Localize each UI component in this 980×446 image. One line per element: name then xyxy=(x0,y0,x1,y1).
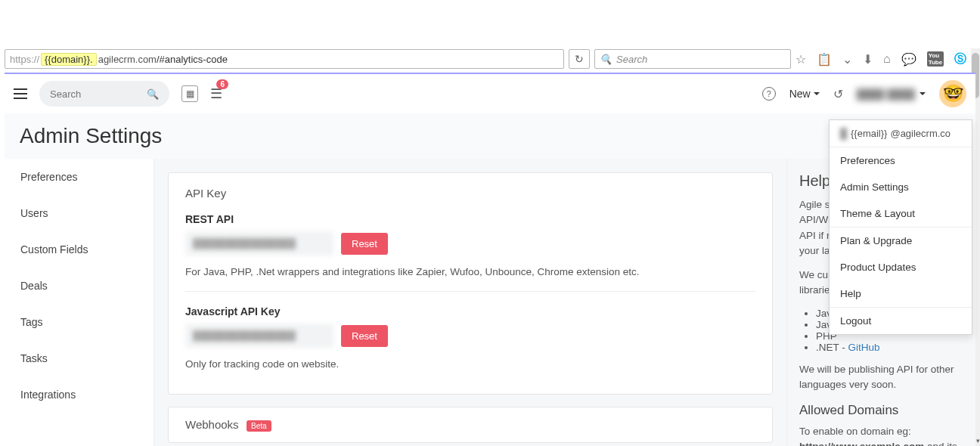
app-topbar: 🔍 ▦ ☰ 6 ? New ↺ ████ ████ 🤓 █ { xyxy=(5,74,975,113)
dropdown-plan-upgrade[interactable]: Plan & Upgrade xyxy=(830,228,972,254)
url-host: agilecrm.com xyxy=(98,54,157,65)
email-placeholder: {{email}} xyxy=(851,128,887,139)
search-icon: 🔍 xyxy=(147,88,159,100)
url-bar[interactable]: https:// {{domain}}. agilecrm.com /#anal… xyxy=(5,49,564,69)
calendar-icon: ▦ xyxy=(186,88,194,99)
help-li-dotnet: .NET - GitHub xyxy=(816,342,963,353)
allowed-domains-title: Allowed Domains xyxy=(799,403,963,418)
caret-down-icon xyxy=(920,92,926,95)
youtube-icon[interactable]: YouTube xyxy=(927,51,944,67)
pocket-icon[interactable]: ⌄ xyxy=(842,52,852,67)
webhooks-card: Webhooks Beta xyxy=(168,407,773,443)
sidebar-item-users[interactable]: Users xyxy=(5,195,154,231)
rest-api-key-field[interactable]: ████████████████ xyxy=(185,231,333,256)
avatar[interactable]: 🤓 xyxy=(939,80,966,107)
menu-toggle-icon[interactable] xyxy=(14,88,27,99)
js-hint: Only for tracking code on website. xyxy=(185,358,755,370)
app-search[interactable]: 🔍 xyxy=(39,81,169,107)
search-icon: 🔍 xyxy=(600,54,612,65)
dropdown-admin-settings[interactable]: Admin Settings xyxy=(830,174,972,200)
skype-icon[interactable]: Ⓢ xyxy=(954,51,966,67)
main-content: API Key REST API ████████████████ Reset … xyxy=(154,159,786,446)
sidebar-item-integrations[interactable]: Integrations xyxy=(5,376,154,413)
sidebar-item-preferences[interactable]: Preferences xyxy=(5,159,154,195)
dropdown-logout[interactable]: Logout xyxy=(830,308,972,334)
page-title: Admin Settings xyxy=(20,124,960,148)
beta-badge: Beta xyxy=(247,420,271,432)
new-button[interactable]: New xyxy=(789,88,820,100)
email-suffix: @agilecrm.co xyxy=(890,128,951,139)
sidebar-item-tasks[interactable]: Tasks xyxy=(5,340,154,376)
calendar-button[interactable]: ▦ xyxy=(181,85,198,102)
new-label: New xyxy=(789,88,811,100)
browser-icons: ☆ 📋 ⌄ ⬇ ⌂ 💬 YouTube Ⓢ xyxy=(795,51,974,67)
user-dropdown: █ {{email}} @agilecrm.co Preferences Adm… xyxy=(829,119,972,335)
help-p3: We will be publishing API for other lang… xyxy=(799,362,963,393)
js-api-label: Javascript API Key xyxy=(185,305,755,317)
browser-search-placeholder: Search xyxy=(616,54,647,65)
sidebar-item-deals[interactable]: Deals xyxy=(5,268,154,304)
url-path: /#analytics-code xyxy=(157,54,228,65)
sidebar-item-custom-fields[interactable]: Custom Fields xyxy=(5,231,154,268)
dropdown-preferences[interactable]: Preferences xyxy=(830,147,972,174)
tasks-badge: 6 xyxy=(216,79,228,89)
dropdown-email: █ {{email}} @agilecrm.co xyxy=(830,120,972,147)
sidebar-item-tags[interactable]: Tags xyxy=(5,304,154,340)
download-icon[interactable]: ⬇ xyxy=(863,52,873,67)
chat-icon[interactable]: 💬 xyxy=(901,52,916,67)
settings-sidebar: Preferences Users Custom Fields Deals Ta… xyxy=(5,159,154,446)
rest-reset-button[interactable]: Reset xyxy=(341,233,388,255)
user-name: ████ ████ xyxy=(857,88,915,100)
js-reset-button[interactable]: Reset xyxy=(341,325,388,347)
api-key-card: API Key REST API ████████████████ Reset … xyxy=(168,172,773,395)
dropdown-theme-layout[interactable]: Theme & Layout xyxy=(830,200,972,227)
url-scheme: https:// xyxy=(10,54,39,65)
card-title: API Key xyxy=(185,187,755,200)
home-icon[interactable]: ⌂ xyxy=(883,52,891,66)
rest-api-label: REST API xyxy=(185,213,755,225)
dropdown-help[interactable]: Help xyxy=(830,280,972,307)
browser-search[interactable]: 🔍 Search xyxy=(594,49,791,69)
tasks-button[interactable]: ☰ 6 xyxy=(210,85,222,102)
github-link[interactable]: GitHub xyxy=(848,342,880,353)
rest-hint: For Java, PHP, .Net wrappers and integra… xyxy=(185,266,755,277)
allowed-p: To enable on domain eg: https://www.exam… xyxy=(799,424,963,446)
url-domain-placeholder: {{domain}}. xyxy=(41,53,97,66)
help-button[interactable]: ? xyxy=(762,87,776,101)
js-api-key-field[interactable]: ████████████████ xyxy=(185,324,333,348)
clipboard-icon[interactable]: 📋 xyxy=(817,52,832,67)
caret-down-icon xyxy=(814,92,820,95)
star-icon[interactable]: ☆ xyxy=(795,52,806,67)
dropdown-product-updates[interactable]: Product Updates xyxy=(830,254,972,280)
app-frame: 🔍 ▦ ☰ 6 ? New ↺ ████ ████ 🤓 █ { xyxy=(5,73,975,446)
user-menu-toggle[interactable]: ████ ████ xyxy=(857,88,926,100)
webhooks-title: Webhooks xyxy=(185,418,239,431)
reload-button[interactable]: ↻ xyxy=(569,49,590,69)
history-icon[interactable]: ↺ xyxy=(833,87,843,101)
app-search-input[interactable] xyxy=(50,88,147,100)
browser-toolbar: https:// {{domain}}. agilecrm.com /#anal… xyxy=(0,45,980,73)
